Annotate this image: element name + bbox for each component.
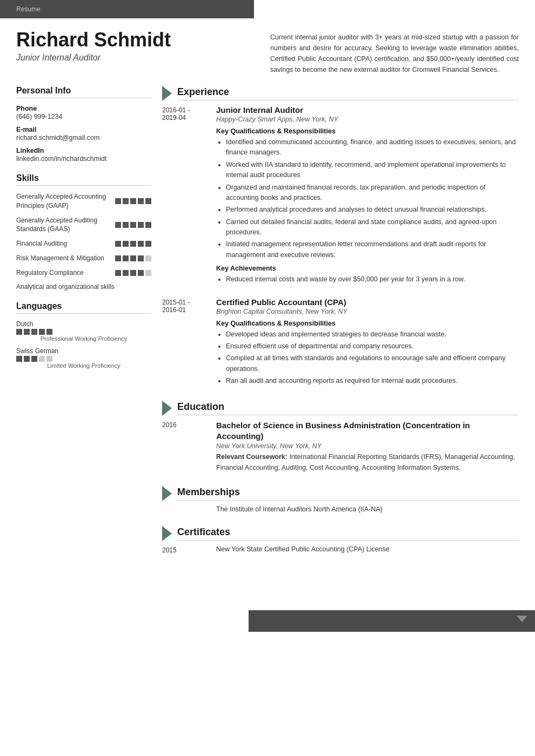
linkedin-value: linkedin.com/in/richardschmidt — [16, 155, 151, 163]
skill-name: Financial Auditing — [16, 239, 111, 248]
membership-entry: The Institute of Internal Auditors North… — [162, 505, 519, 513]
skill-bar — [130, 222, 136, 228]
top-bar: Resume — [0, 0, 254, 18]
header-summary: Current internal junior auditor with 3+ … — [270, 29, 519, 75]
skill-bars — [115, 270, 151, 276]
bullet-item: Ensured efficient use of departmental an… — [226, 341, 519, 352]
language-proficiency: Professional Working Proficiency — [16, 335, 151, 342]
qualifications-heading: Key Qualifications & Responsibilities — [216, 127, 519, 135]
skill-bar — [130, 241, 136, 247]
language-bar — [39, 356, 45, 362]
skill-bar — [115, 255, 121, 261]
memberships-title: Memberships — [177, 487, 519, 501]
skill-row: Risk Management & Mitigation — [16, 254, 151, 263]
skills-section: Skills Generally Accepted Accounting Pri… — [16, 173, 151, 291]
skill-bar — [138, 241, 144, 247]
personal-info-title: Personal Info — [16, 86, 151, 98]
languages-title: Languages — [16, 301, 151, 314]
main-content: Personal Info Phone (646) 999-1234 E-mai… — [0, 86, 535, 567]
education-entries: 2016Bachelor of Science in Business Admi… — [162, 420, 519, 473]
languages-list: DutchProfessional Working ProficiencySwi… — [16, 320, 151, 369]
skill-row: Regulatory Compliance — [16, 268, 151, 278]
language-row: Swiss GermanLimited Working Proficiency — [16, 347, 151, 369]
bullet-item: Initiated management representation lett… — [226, 239, 519, 260]
education-header: Education — [162, 401, 519, 416]
certificates-arrow — [162, 526, 172, 541]
bullet-item: Ran all audit and accounting reports as … — [226, 376, 519, 386]
skill-bar — [123, 241, 129, 247]
education-section: Education 2016Bachelor of Science in Bus… — [162, 401, 519, 473]
language-row: DutchProfessional Working Proficiency — [16, 320, 151, 342]
entry-company: Brighton Capital Consultants, New York, … — [216, 308, 519, 315]
languages-section: Languages DutchProfessional Working Prof… — [16, 301, 151, 369]
education-coursework: Relevant Coursework: International Finan… — [216, 452, 519, 473]
language-bar — [31, 356, 37, 362]
language-name: Swiss German — [16, 347, 151, 355]
education-content: Bachelor of Science in Business Administ… — [216, 420, 519, 473]
bottom-bar — [249, 610, 535, 632]
skill-row: Generally Accepted Auditing Standards (G… — [16, 216, 151, 234]
memberships-arrow — [162, 486, 172, 501]
bullet-item: Carried out detailed financial audits, f… — [226, 217, 519, 238]
skill-bar — [123, 222, 129, 228]
entry-title: Junior Internal Auditor — [216, 105, 519, 114]
skill-row: Financial Auditing — [16, 239, 151, 248]
language-bar — [16, 329, 22, 335]
skill-bar — [138, 198, 144, 204]
email-label: E-mail — [16, 126, 151, 133]
experience-title: Experience — [177, 86, 519, 100]
language-name: Dutch — [16, 320, 151, 328]
skill-bar — [115, 241, 121, 247]
skill-bar — [130, 255, 136, 261]
header-left: Richard Schmidt Junior Internal Auditor — [16, 29, 249, 75]
skill-bars — [115, 222, 151, 228]
candidate-name: Richard Schmidt — [16, 29, 249, 51]
qualifications-bullets: Developed ideas and implemented strategi… — [216, 329, 519, 387]
skill-bar — [138, 255, 144, 261]
language-bar — [46, 356, 52, 362]
skill-bar — [130, 270, 136, 276]
language-bar — [39, 329, 45, 335]
bullet-item: Identified and communicated accounting, … — [226, 137, 519, 158]
skill-bar — [138, 222, 144, 228]
entry-content: Certified Public Accountant (CPA)Brighto… — [216, 298, 519, 388]
education-institution: New York University, New York, NY — [216, 442, 519, 450]
right-column: Experience 2016-01 - 2019-04Junior Inter… — [162, 86, 519, 567]
experience-arrow — [162, 86, 172, 101]
achievements-heading: Key Achievements — [216, 265, 519, 272]
certificates-list: 2015New York State Certified Public Acco… — [162, 545, 519, 554]
skill-bar — [145, 241, 151, 247]
entry-date: 2016-01 - 2019-04 — [162, 105, 205, 287]
language-bar — [24, 329, 30, 335]
skills-title: Skills — [16, 173, 151, 186]
experience-header: Experience — [162, 86, 519, 101]
skill-name: Generally Accepted Auditing Standards (G… — [16, 216, 111, 234]
bullet-item: Performed analytical procedures and anal… — [226, 205, 519, 215]
phone-value: (646) 999-1234 — [16, 113, 151, 120]
language-proficiency: Limited Working Proficiency — [16, 362, 151, 369]
skill-bar — [145, 270, 151, 276]
certificate-entry: 2015New York State Certified Public Acco… — [162, 545, 519, 554]
header-section: Richard Schmidt Junior Internal Auditor … — [0, 18, 535, 86]
education-title: Education — [177, 401, 519, 415]
skill-bar — [115, 198, 121, 204]
bullet-item: Complied at all times with standards and… — [226, 353, 519, 374]
skill-row: Analytical and organizational skills — [16, 283, 151, 291]
education-entry: 2016Bachelor of Science in Business Admi… — [162, 420, 519, 473]
education-date: 2016 — [162, 420, 205, 473]
memberships-section: Memberships The Institute of Internal Au… — [162, 486, 519, 513]
scroll-up-icon[interactable] — [517, 616, 527, 622]
memberships-header: Memberships — [162, 486, 519, 501]
membership-text: The Institute of Internal Auditors North… — [216, 505, 383, 513]
experience-entry: 2016-01 - 2019-04Junior Internal Auditor… — [162, 105, 519, 287]
certificate-date: 2015 — [162, 545, 205, 554]
achievements-bullets: Reduced internal costs and waste by over… — [216, 274, 519, 285]
education-arrow — [162, 401, 172, 416]
skill-bar — [123, 198, 129, 204]
entry-company: Happy-Crazy Smart Apps, New York, NY — [216, 116, 519, 123]
skill-row: Generally Accepted Accounting Principles… — [16, 192, 151, 211]
bullet-item: Developed ideas and implemented strategi… — [226, 329, 519, 340]
candidate-title: Junior Internal Auditor — [16, 53, 249, 63]
skill-bar — [123, 255, 129, 261]
skill-name: Risk Management & Mitigation — [16, 254, 111, 263]
